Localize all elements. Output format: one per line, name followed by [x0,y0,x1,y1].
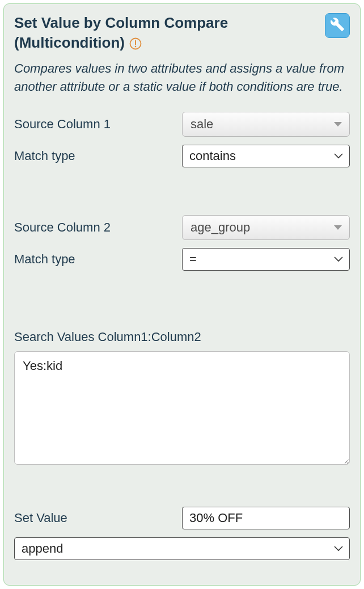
match-type-1-row: Match type contains [14,145,350,167]
settings-button[interactable] [325,13,350,38]
warning-icon [129,37,142,52]
match-type-1-select[interactable]: contains [182,145,350,167]
svg-point-2 [135,46,137,48]
mode-select[interactable]: append [14,537,350,560]
source-column-1-row: Source Column 1 sale [14,112,350,137]
source-column-1-label: Source Column 1 [14,117,182,132]
panel-header: Set Value by Column Compare (Multicondit… [14,13,350,53]
source-column-2-select[interactable]: age_group [182,215,350,240]
match-type-1-label: Match type [14,149,182,163]
match-type-2-row: Match type = [14,248,350,271]
source-column-2-label: Source Column 2 [14,220,182,235]
panel-title: Set Value by Column Compare (Multicondit… [14,14,228,51]
search-values-textarea[interactable]: Yes:kid [14,351,350,465]
panel-description: Compares values in two attributes and as… [14,60,350,96]
set-value-input[interactable] [182,507,350,529]
set-value-row: Set Value [14,507,350,529]
title-block: Set Value by Column Compare (Multicondit… [14,13,325,53]
match-type-2-select[interactable]: = [182,248,350,271]
search-values-label: Search Values Column1:Column2 [14,330,350,344]
set-value-label: Set Value [14,511,182,525]
wrench-icon [330,17,345,34]
source-column-1-select[interactable]: sale [182,112,350,137]
match-type-2-label: Match type [14,252,182,267]
config-panel: Set Value by Column Compare (Multicondit… [3,3,361,586]
source-column-2-row: Source Column 2 age_group [14,215,350,240]
